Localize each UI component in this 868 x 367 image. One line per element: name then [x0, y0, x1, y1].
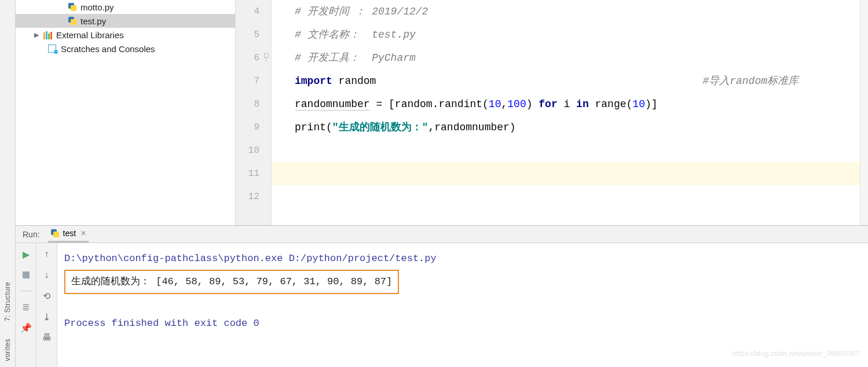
run-label: Run:	[23, 230, 40, 239]
soft-wrap-button[interactable]: ⟲	[41, 289, 53, 302]
code-line[interactable]: # 文件名称： test.py	[295, 23, 868, 46]
pin-button[interactable]: 📌	[20, 321, 32, 334]
python-file-icon	[50, 229, 60, 238]
run-toolbar-right: ↑ ↓ ⟲ ⤓ 🖶	[36, 243, 57, 367]
down-button[interactable]: ↓	[41, 269, 53, 281]
tree-label: motto.py	[80, 2, 114, 12]
code-line[interactable]: randomnumber = [random.randint(10,100) f…	[295, 93, 868, 116]
tree-label: External Libraries	[56, 30, 124, 40]
tree-external-libraries[interactable]: ▶ External Libraries	[16, 28, 235, 42]
code-line[interactable]	[295, 139, 868, 162]
console-command: D:\python\config-pathclass\python.exe D:…	[64, 249, 861, 269]
print-button[interactable]: 🖶	[41, 331, 53, 344]
tree-label: test.py	[80, 16, 106, 26]
code-line[interactable]: # 开发时间 ： 2019/12/2	[295, 0, 868, 23]
up-button[interactable]: ↑	[41, 248, 53, 260]
code-line[interactable]: # 开发工具： PyCharm	[295, 46, 868, 69]
code-area[interactable]: # 开发时间 ： 2019/12/2 # 文件名称： test.py # 开发工…	[272, 0, 868, 225]
code-line[interactable]: print("生成的随机数为：",randomnumber)	[295, 116, 868, 139]
chevron-right-icon[interactable]: ▶	[32, 31, 41, 39]
python-file-icon	[68, 2, 77, 12]
tree-scratches[interactable]: Scratches and Consoles	[16, 42, 235, 56]
scratches-icon	[48, 44, 57, 53]
code-line[interactable]	[295, 162, 868, 185]
run-tab-label: test	[63, 229, 76, 238]
fold-indicator-icon[interactable]	[263, 53, 269, 61]
stop-button[interactable]	[20, 269, 32, 281]
editor-scrollbar[interactable]	[860, 0, 868, 225]
tree-file-test[interactable]: test.py	[16, 14, 235, 28]
structure-tool-button[interactable]: 7: Structure	[3, 282, 12, 321]
watermark: https://blog.csdn.net/weixin_39868387	[732, 344, 860, 364]
project-tree[interactable]: motto.py test.py ▶ External Libraries Sc…	[16, 0, 236, 225]
console-output[interactable]: D:\python\config-pathclass\python.exe D:…	[57, 243, 868, 367]
tree-label: Scratches and Consoles	[61, 44, 155, 54]
console-exit-message: Process finished with exit code 0	[64, 314, 861, 333]
python-file-icon	[68, 16, 77, 25]
run-toolbar-left: ▶ ≣ 📌	[16, 243, 36, 367]
run-tab[interactable]: test ✕	[48, 226, 89, 243]
favorites-tool-button[interactable]: vorites	[3, 339, 12, 361]
code-line[interactable]	[295, 185, 868, 208]
run-header: Run: test ✕	[16, 226, 868, 243]
tree-file-motto[interactable]: motto.py	[16, 0, 235, 14]
console-result-highlighted: 生成的随机数为： [46, 58, 89, 53, 79, 67, 31, 90…	[64, 270, 399, 294]
scroll-to-end-button[interactable]: ⤓	[41, 310, 53, 323]
run-panel: Run: test ✕ ▶ ≣ 📌 ↑ ↓ ⟲ ⤓ 🖶	[16, 225, 868, 367]
library-icon	[43, 30, 53, 39]
rerun-button[interactable]: ▶	[20, 248, 32, 260]
editor-gutter: 4 5 6 7 8 9 10 11 12	[236, 0, 272, 225]
toggle-layout-button[interactable]: ≣	[20, 300, 32, 313]
code-line[interactable]: import random#导入random标准库	[295, 69, 868, 93]
code-editor[interactable]: 4 5 6 7 8 9 10 11 12 # 开发时间 ： 2019/12/2 …	[236, 0, 868, 225]
close-icon[interactable]: ✕	[80, 229, 86, 237]
left-tool-rail: 7: Structure vorites	[0, 0, 16, 367]
